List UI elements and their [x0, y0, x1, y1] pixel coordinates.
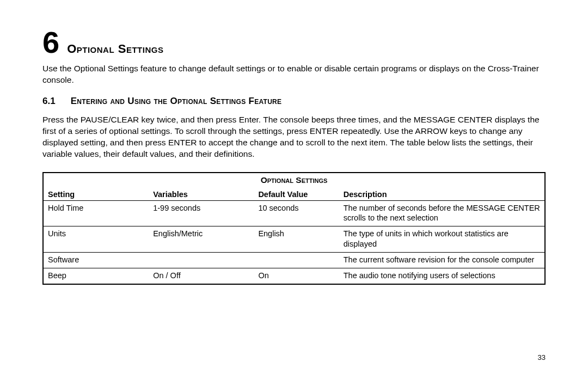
cell-description: The type of units in which workout stati…: [339, 226, 544, 253]
table-title: Optional Settings: [44, 173, 544, 188]
cell-default: On: [254, 268, 339, 283]
header-default: Default Value: [254, 188, 339, 201]
cell-default: English: [254, 226, 339, 253]
settings-table-container: Optional Settings Setting Variables Defa…: [42, 172, 546, 285]
cell-variables: [149, 252, 254, 268]
page-number: 33: [538, 353, 546, 361]
section-header: 6.1 Entering and Using the Optional Sett…: [42, 96, 546, 107]
section-title: Entering and Using the Optional Settings…: [71, 96, 282, 107]
cell-setting: Software: [44, 252, 149, 268]
table-row: Beep On / Off On The audio tone notifyin…: [44, 268, 544, 283]
cell-setting: Units: [44, 226, 149, 253]
cell-setting: Hold Time: [44, 200, 149, 226]
header-variables: Variables: [149, 188, 254, 201]
header-description: Description: [339, 188, 544, 201]
table-row: Units English/Metric English The type of…: [44, 226, 544, 253]
chapter-header: 6 Optional Settings: [42, 27, 546, 58]
section-number: 6.1: [42, 96, 56, 107]
table-row: Hold Time 1-99 seconds 10 seconds The nu…: [44, 200, 544, 226]
cell-variables: 1-99 seconds: [149, 200, 254, 226]
cell-variables: On / Off: [149, 268, 254, 283]
section-body: Press the PAUSE/CLEAR key twice, and the…: [42, 114, 546, 160]
cell-setting: Beep: [44, 268, 149, 283]
table-header-row: Setting Variables Default Value Descript…: [44, 188, 544, 201]
header-setting: Setting: [44, 188, 149, 201]
cell-description: The number of seconds before the MESSAGE…: [339, 200, 544, 226]
cell-variables: English/Metric: [149, 226, 254, 253]
cell-default: [254, 252, 339, 268]
table-row: Software The current software revision f…: [44, 252, 544, 268]
cell-description: The current software revision for the co…: [339, 252, 544, 268]
chapter-number: 6: [42, 27, 59, 58]
chapter-title: Optional Settings: [67, 42, 163, 56]
chapter-intro: Use the Optional Settings feature to cha…: [42, 63, 546, 86]
cell-default: 10 seconds: [254, 200, 339, 226]
settings-table: Setting Variables Default Value Descript…: [44, 188, 544, 284]
cell-description: The audio tone notifying users of select…: [339, 268, 544, 283]
